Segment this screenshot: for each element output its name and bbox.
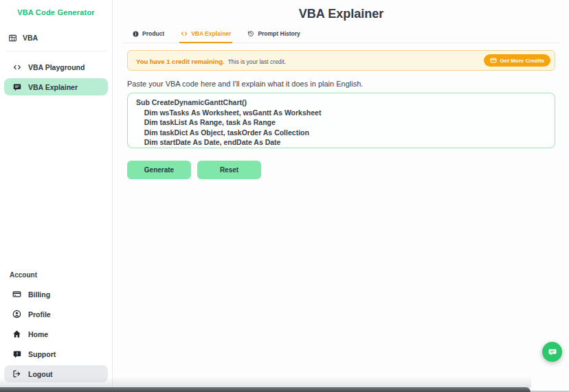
credit-detail-text: This is your last credit. xyxy=(228,58,287,65)
sidebar-section-vba: VBA xyxy=(0,32,112,44)
sidebar-item-label: Logout xyxy=(28,370,53,378)
sidebar-section-label: VBA xyxy=(23,34,38,42)
sidebar-spacer xyxy=(0,97,112,271)
sidebar: VBA Code Generator VBA VBA Playground VB… xyxy=(0,0,113,392)
sidebar-item-label: Billing xyxy=(28,290,50,299)
credit-card-icon xyxy=(12,290,21,299)
logout-icon xyxy=(12,369,21,378)
tab-bar: Product VBA Explainer Prompt History xyxy=(123,27,559,43)
sidebar-item-support[interactable]: Support xyxy=(4,345,108,362)
tab-label: Prompt History xyxy=(258,30,300,37)
action-buttons: Generate Reset xyxy=(127,161,555,179)
account-section-label: Account xyxy=(0,271,112,279)
code-icon xyxy=(12,63,21,71)
tab-product[interactable]: Product xyxy=(131,27,166,43)
sidebar-item-billing[interactable]: Billing xyxy=(4,286,108,303)
code-icon xyxy=(181,30,188,37)
generate-button[interactable]: Generate xyxy=(127,161,191,179)
chat-bubble-icon xyxy=(12,83,21,91)
page-title: VBA Explainer xyxy=(127,0,555,21)
sidebar-item-label: VBA Playground xyxy=(28,63,85,71)
app-title: VBA Code Generator xyxy=(0,8,112,16)
sidebar-item-label: Support xyxy=(28,350,56,358)
sidebar-item-label: Profile xyxy=(28,310,51,319)
vba-code-input[interactable]: Sub CreateDynamicGanttChart() Dim wsTask… xyxy=(127,93,555,148)
sidebar-item-vba-playground[interactable]: VBA Playground xyxy=(4,58,108,76)
credit-warning-banner: You have 1 credit remaining.This is your… xyxy=(127,50,555,71)
credit-remaining-text: You have 1 credit remaining. xyxy=(136,58,225,65)
sidebar-item-profile[interactable]: Profile xyxy=(4,305,108,323)
sidebar-divider xyxy=(5,51,107,51)
chat-bubble-icon xyxy=(548,347,557,357)
table-grid-icon xyxy=(8,34,17,43)
credit-card-icon xyxy=(490,57,497,64)
tab-label: Product xyxy=(142,30,164,37)
credit-warning-text: You have 1 credit remaining.This is your… xyxy=(136,54,286,67)
chat-widget-button[interactable] xyxy=(542,342,562,362)
user-circle-icon xyxy=(12,310,21,319)
sidebar-item-label: Home xyxy=(28,330,48,338)
main-content: VBA Explainer Product VBA Explainer Prom… xyxy=(113,0,569,392)
sidebar-item-logout[interactable]: Logout xyxy=(4,365,108,382)
get-more-credits-label: Get More Credits xyxy=(500,58,544,64)
home-icon xyxy=(12,330,21,338)
tab-label: VBA Explainer xyxy=(191,30,231,37)
explainer-instruction: Paste your VBA code here and I'll explai… xyxy=(127,80,555,88)
sidebar-item-vba-explainer[interactable]: VBA Explainer xyxy=(4,78,108,95)
history-icon xyxy=(247,30,254,37)
tab-prompt-history[interactable]: Prompt History xyxy=(246,27,301,43)
tab-vba-explainer[interactable]: VBA Explainer xyxy=(179,27,232,43)
sidebar-item-home[interactable]: Home xyxy=(4,325,108,343)
info-icon xyxy=(133,31,139,37)
sidebar-item-label: VBA Explainer xyxy=(28,83,78,91)
get-more-credits-button[interactable]: Get More Credits xyxy=(484,54,550,67)
support-chat-icon xyxy=(12,350,21,358)
reset-button[interactable]: Reset xyxy=(197,161,261,179)
